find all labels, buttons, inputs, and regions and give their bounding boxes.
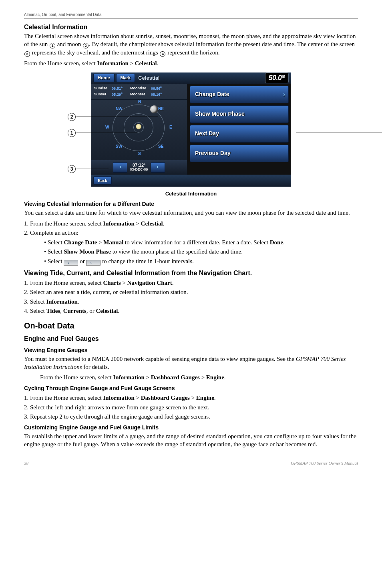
- page-number: 38: [24, 460, 28, 466]
- para-engine-path: From the Home screen, select Information…: [24, 373, 358, 381]
- right-arrow-icon: ›: [86, 260, 101, 266]
- compass-w: W: [105, 125, 109, 130]
- bullet-moon-phase: Select Show Moon Phase to view the moon …: [44, 248, 358, 256]
- depth-readout: 50.0m: [265, 72, 289, 83]
- chevron-right-icon: ›: [283, 90, 285, 99]
- text: represents the sky overhead, and the out…: [32, 49, 158, 56]
- callout-3-icon: 3: [24, 51, 30, 57]
- titlebar: Home Mark Celestial 50.0m: [91, 72, 291, 84]
- bullets-actions: Select Change Date > Manual to view info…: [24, 238, 358, 266]
- step-2: 2. Select an area near a tide, current, …: [24, 288, 358, 296]
- previous-day-button[interactable]: Previous Day: [190, 145, 289, 162]
- para-celestial-intro: The Celestial screen shows information a…: [24, 32, 358, 57]
- bottombar: Back: [91, 175, 291, 187]
- text: From the Home screen, select: [24, 60, 97, 66]
- figure-celestial: Home Mark Celestial 50.0m Sunrise 06:51A…: [24, 72, 358, 197]
- running-header: Almanac, On-boat, and Environmental Data: [24, 12, 358, 19]
- path-celestial: Celestial: [135, 60, 157, 66]
- step-1: 1. From the Home screen, select Informat…: [24, 394, 358, 402]
- callout-1-icon: 1: [50, 43, 55, 48]
- steps-nav-chart: 1. From the Home screen, select Charts >…: [24, 279, 358, 315]
- heading-customizing: Customizing Engine Gauge and Fuel Gauge …: [24, 424, 358, 431]
- left-arrow-icon: ‹: [64, 260, 78, 266]
- compass-s: S: [138, 151, 141, 157]
- sunset-value: 05:29P: [112, 92, 129, 97]
- sunset-label: Sunset: [94, 92, 111, 97]
- back-button[interactable]: Back: [93, 176, 112, 185]
- home-button[interactable]: Home: [93, 74, 115, 82]
- callout-4: 4: [297, 129, 382, 137]
- para-nmea: You must be connected to a NMEA 2000 net…: [24, 355, 358, 371]
- steps-different-date: 1. From the Home screen, select Informat…: [24, 219, 358, 237]
- step-1: 1. From the Home screen, select Informat…: [24, 219, 358, 228]
- moonset-label: Moonset: [130, 92, 150, 97]
- callout-3: 3: [68, 165, 76, 173]
- moonrise-value: 06:56P: [151, 86, 167, 91]
- heading-onboat-data: On-boat Data: [24, 320, 358, 331]
- device-screenshot: Home Mark Celestial 50.0m Sunrise 06:51A…: [91, 72, 291, 187]
- sunrise-label: Sunrise: [94, 86, 111, 91]
- show-moon-phase-button[interactable]: Show Moon Phase: [190, 105, 289, 123]
- callout-4-icon: 4: [160, 51, 165, 57]
- callout-1: 1: [68, 129, 76, 137]
- para-nav-path: From the Home screen, select Information…: [24, 59, 358, 67]
- callout-2: 2: [68, 113, 76, 121]
- figure-caption: Celestial Information: [24, 190, 358, 197]
- next-hour-button[interactable]: ›: [151, 162, 165, 173]
- path-information: Information: [97, 60, 128, 66]
- step-4: 4. Select Tides, Currents, or Celestial.: [24, 307, 358, 315]
- text: . By default, the chartplotter shows cel…: [89, 41, 355, 47]
- heading-view-engine: Viewing Engine Gauges: [24, 346, 358, 354]
- compass-e: E: [169, 125, 172, 130]
- page-footer: 38 GPSMAP 700 Series Owner's Manual: [24, 460, 358, 466]
- mark-button[interactable]: Mark: [116, 74, 135, 82]
- time-display: 07:12A03-DEC-09: [130, 163, 148, 172]
- step-3: 3. Select Information.: [24, 298, 358, 306]
- step-2: 2. Complete an action:: [24, 229, 358, 237]
- moonset-value: 08:16A: [151, 92, 167, 97]
- screen-title: Celestial: [138, 75, 159, 82]
- sunrise-value: 06:51A: [112, 86, 129, 91]
- moon-icon: [150, 105, 158, 113]
- heading-different-date: Viewing Celestial Information for a Diff…: [24, 200, 358, 208]
- para-different-date: You can select a date and time for which…: [24, 209, 358, 217]
- moonrise-label: Moonrise: [130, 86, 150, 91]
- time-nav-row: ‹ 07:12A03-DEC-09 ›: [91, 160, 187, 175]
- bullet-arrows: Select ‹ or › to change the time in 1-ho…: [44, 257, 358, 266]
- times-row: Sunrise 06:51A Moonrise 06:56P Sunset 05…: [91, 84, 187, 100]
- steps-cycling: 1. From the Home screen, select Informat…: [24, 394, 358, 421]
- sky-panel: Sunrise 06:51A Moonrise 06:56P Sunset 05…: [91, 84, 187, 175]
- prev-hour-button[interactable]: ‹: [113, 162, 127, 173]
- heading-from-nav-chart: Viewing Tide, Current, and Celestial Inf…: [24, 269, 358, 278]
- step-2: 2. Select the left and right arrows to m…: [24, 403, 358, 411]
- compass-se: SE: [158, 144, 163, 149]
- next-day-button[interactable]: Next Day: [190, 125, 289, 143]
- sun-icon: [136, 124, 141, 129]
- heading-celestial-info: Celestial Information: [24, 23, 358, 32]
- para-customizing: To establish the upper and lower limits …: [24, 432, 358, 449]
- sky-view: N NE E SE S SW W NW: [95, 101, 183, 161]
- compass-ne: NE: [158, 106, 164, 112]
- bullet-change-date: Select Change Date > Manual to view info…: [44, 238, 358, 246]
- footer-title: GPSMAP 700 Series Owner's Manual: [291, 460, 358, 466]
- change-date-button[interactable]: Change Date›: [190, 86, 289, 103]
- step-3: 3. Repeat step 2 to cycle through all th…: [24, 413, 358, 421]
- text: represent the horizon.: [167, 49, 219, 56]
- text: and moon: [57, 41, 81, 47]
- heading-engine-fuel: Engine and Fuel Gauges: [24, 334, 358, 343]
- compass-n: N: [138, 99, 141, 105]
- callout-2-icon: 2: [83, 43, 88, 48]
- step-1: 1. From the Home screen, select Charts >…: [24, 279, 358, 287]
- menu-panel: Change Date› Show Moon Phase Next Day Pr…: [187, 84, 291, 175]
- heading-cycling: Cycling Through Engine Gauge and Fuel Ga…: [24, 385, 358, 392]
